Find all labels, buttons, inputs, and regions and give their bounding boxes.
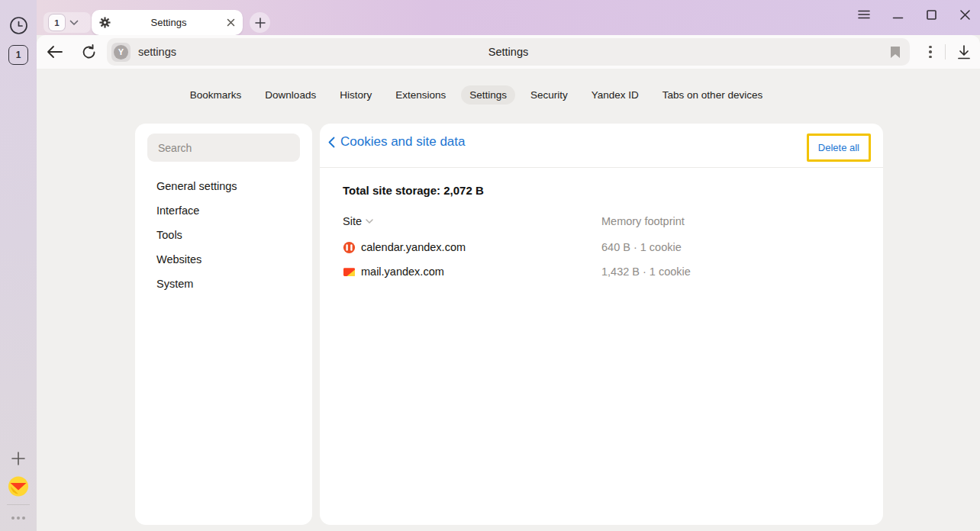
total-storage-label: Total site storage: 2,072 B (343, 184, 484, 197)
cookies-panel: Cookies and site data Delete all Total s… (320, 124, 883, 525)
back-to-settings-link[interactable]: Cookies and site data (328, 134, 466, 150)
mail-favicon (343, 266, 356, 278)
page-title: Cookies and site data (340, 134, 466, 150)
reload-icon[interactable] (78, 41, 99, 63)
sidebar-item-websites[interactable]: Websites (135, 247, 312, 272)
back-arrow-icon[interactable] (44, 41, 66, 63)
memory-column-label: Memory footprint (601, 215, 685, 227)
site-memory: 640 B · 1 cookie (601, 241, 682, 253)
tab-settings[interactable]: Settings (92, 10, 243, 35)
nav-tab-settings[interactable]: Settings (461, 85, 515, 105)
window-tab-bar: 1 Settings (37, 0, 980, 35)
site-name: mail.yandex.com (361, 266, 444, 278)
settings-page: Bookmarks Downloads History Extensions S… (37, 69, 980, 531)
yandex-mail-app-icon[interactable] (8, 475, 30, 497)
settings-nav-tabs: Bookmarks Downloads History Extensions S… (37, 85, 916, 105)
site-column-sort[interactable]: Site (343, 215, 373, 227)
site-column-label: Site (343, 215, 362, 227)
table-row[interactable]: mail.yandex.com 1,432 B · 1 cookie (320, 263, 883, 283)
nav-tab-downloads[interactable]: Downloads (256, 85, 324, 105)
sites-table-header: Site Memory footprint (320, 215, 883, 233)
strip-divider (7, 504, 30, 505)
page-favicon: Y (111, 43, 131, 62)
omnibox-page-title: Settings (107, 46, 910, 58)
site-name: calendar.yandex.com (361, 241, 466, 253)
table-row[interactable]: calendar.yandex.com 640 B · 1 cookie (320, 239, 883, 259)
toolbar-divider (945, 44, 946, 60)
back-chevron-icon (328, 137, 335, 148)
tab-list-dropdown[interactable]: 1 (44, 12, 91, 33)
menu-hamburger-icon[interactable] (858, 8, 870, 21)
tab-count-badge: 1 (49, 14, 65, 31)
nav-tab-yandex-id[interactable]: Yandex ID (583, 85, 647, 105)
window-close-icon[interactable] (959, 8, 971, 21)
cookies-panel-header: Cookies and site data Delete all (320, 124, 883, 168)
nav-tab-extensions[interactable]: Extensions (387, 85, 454, 105)
sidebar-item-tools[interactable]: Tools (135, 223, 312, 247)
sort-chevron-icon (366, 219, 373, 224)
nav-tab-bookmarks[interactable]: Bookmarks (182, 85, 250, 105)
yandex-logo-icon: Y (114, 45, 128, 60)
minimize-icon[interactable] (891, 8, 904, 21)
settings-sidebar: General settings Interface Tools Website… (135, 124, 312, 525)
gear-icon (99, 17, 111, 28)
kebab-menu-icon[interactable] (920, 41, 940, 63)
site-memory: 1,432 B · 1 cookie (601, 266, 691, 278)
sidebar-item-system[interactable]: System (135, 272, 312, 296)
history-clock-icon[interactable] (8, 15, 28, 35)
bookmark-icon[interactable] (890, 46, 901, 59)
maximize-icon[interactable] (925, 8, 937, 21)
nav-tab-other-devices[interactable]: Tabs on other devices (654, 85, 771, 105)
delete-all-button[interactable]: Delete all (818, 142, 859, 153)
plus-icon[interactable] (8, 449, 28, 468)
delete-all-highlight-box: Delete all (807, 134, 871, 162)
chevron-down-icon (69, 20, 79, 26)
tab-count-icon[interactable]: 1 (8, 45, 28, 65)
download-icon[interactable] (953, 41, 975, 63)
address-bar[interactable]: Y settings Settings (107, 38, 910, 66)
nav-tab-security[interactable]: Security (522, 85, 576, 105)
more-dots-icon[interactable] (8, 513, 29, 523)
sidebar-item-interface[interactable]: Interface (135, 198, 312, 223)
search-input[interactable] (147, 134, 300, 162)
tab-title: Settings (111, 17, 227, 28)
new-tab-plus-icon[interactable] (250, 12, 270, 33)
close-icon[interactable] (227, 18, 235, 27)
calendar-favicon (343, 241, 356, 254)
sidebar-item-general-settings[interactable]: General settings (135, 174, 312, 198)
side-panel-strip: 1 (0, 0, 37, 531)
url-text: settings (138, 46, 176, 58)
nav-tab-history[interactable]: History (331, 85, 380, 105)
browser-toolbar: Y settings Settings (37, 35, 980, 69)
